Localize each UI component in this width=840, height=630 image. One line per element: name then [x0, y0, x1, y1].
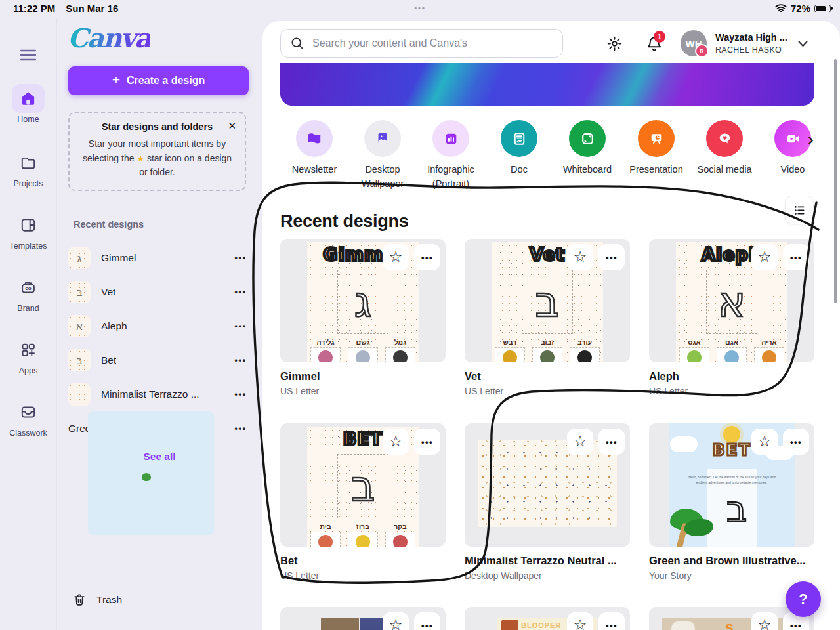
close-icon[interactable]: ✕ — [226, 119, 238, 133]
star-icon[interactable]: ☆ — [751, 244, 778, 270]
sidebar-item-home[interactable]: Home — [0, 84, 56, 124]
hebrew-letter: ב — [536, 281, 560, 323]
chevron-down-icon[interactable] — [798, 39, 808, 49]
doc-icon — [511, 131, 528, 147]
more-icon[interactable]: ••• — [783, 244, 809, 270]
design-type: US Letter — [280, 386, 446, 396]
search-bar[interactable] — [280, 29, 563, 58]
category-whiteboard[interactable]: Whiteboard — [555, 120, 620, 177]
list-item-aleph[interactable]: א Aleph ••• — [68, 309, 251, 343]
more-icon[interactable]: ••• — [230, 321, 251, 331]
hebrew-letter: ג — [354, 281, 371, 323]
menu-icon[interactable] — [20, 49, 37, 64]
multitask-handle-dots: ••• — [414, 4, 426, 12]
more-icon[interactable]: ••• — [783, 429, 809, 455]
design-thumbnail: Gimmel ג גלידה גשם גמל ☆ ••• — [280, 239, 446, 362]
search-input[interactable] — [311, 37, 553, 50]
design-mini-thumbnail: ב — [68, 349, 91, 371]
star-icon[interactable]: ☆ — [567, 612, 593, 630]
more-icon[interactable]: ••• — [598, 429, 625, 455]
blooper-text: BLOOPER — [521, 621, 561, 629]
sidebar-item-templates[interactable]: Templates — [0, 211, 56, 251]
more-icon[interactable]: ••• — [230, 355, 251, 366]
social-media-icon — [717, 131, 733, 147]
design-card-terrazzo[interactable]: ☆ ••• Minimalist Terrazzo Neutral ... De… — [465, 423, 630, 581]
design-card-aleph[interactable]: Aleph א אגס אגם אריה ☆ ••• Aleph US Lett… — [649, 239, 814, 396]
star-icon[interactable]: ☆ — [751, 612, 778, 630]
list-view-icon — [793, 203, 807, 217]
chevron-right-icon[interactable]: › — [803, 129, 818, 150]
category-infographic[interactable]: Infographic(Portrait) — [418, 120, 484, 192]
design-card-partial-2[interactable]: BLOOPER ☆ ••• — [465, 607, 630, 630]
category-social-media[interactable]: Social media — [692, 120, 757, 177]
design-mini-thumbnail — [88, 411, 214, 535]
classwork-icon — [20, 404, 37, 421]
home-icon — [20, 90, 37, 107]
category-doc[interactable]: Doc — [486, 120, 552, 177]
more-icon[interactable]: ••• — [230, 287, 251, 297]
more-icon[interactable]: ••• — [598, 244, 625, 270]
sidebar-item-projects[interactable]: Projects — [0, 148, 56, 188]
recent-designs-label: Recent designs — [74, 219, 144, 230]
sidebar-item-classwork[interactable]: Classwork — [0, 398, 56, 438]
trash-icon — [72, 592, 87, 608]
settings-gear-icon[interactable] — [606, 35, 623, 54]
status-date: Sun Mar 16 — [66, 3, 118, 14]
more-icon[interactable]: ••• — [230, 253, 251, 263]
more-icon[interactable]: ••• — [414, 429, 440, 455]
s-text: S — [725, 621, 734, 630]
notifications-bell-icon[interactable]: 1 — [646, 35, 663, 54]
more-icon[interactable]: ••• — [230, 389, 251, 400]
trash-item[interactable]: Trash — [72, 592, 122, 608]
list-item-terrazzo[interactable]: Minimalist Terrazzo ... ••• — [68, 377, 251, 411]
design-thumbnail: BET "Hello, Summer!" Let the warmth of t… — [649, 423, 814, 547]
design-card-bet[interactable]: BET ב בית ברוז בקר ☆ ••• Bet US Letter — [280, 423, 446, 581]
more-icon[interactable]: ••• — [598, 612, 625, 630]
infographic-icon — [443, 131, 459, 147]
design-mini-thumbnail — [68, 383, 91, 406]
more-icon[interactable]: ••• — [414, 244, 440, 270]
star-icon[interactable]: ☆ — [383, 244, 409, 270]
team-name: Wayzata High ... — [715, 32, 798, 43]
desktop-wallpaper-icon — [375, 131, 390, 146]
category-desktop-wallpaper[interactable]: DesktopWallpaper — [350, 120, 415, 192]
design-card-gimmel[interactable]: Gimmel ג גלידה גשם גמל ☆ ••• Gimmel US L… — [280, 239, 446, 396]
list-item-gimmel[interactable]: ג Gimmel ••• — [68, 241, 251, 275]
story-quote: "Hello, Summer!" Let the warmth of the s… — [686, 474, 778, 485]
star-icon[interactable]: ☆ — [383, 612, 409, 630]
star-icon[interactable]: ☆ — [567, 244, 593, 270]
design-name: Bet — [280, 555, 446, 567]
avatar-sub-badge: R — [695, 44, 709, 58]
star-icon[interactable]: ☆ — [567, 429, 593, 455]
design-card-green-brown[interactable]: BET "Hello, Summer!" Let the warmth of t… — [649, 423, 814, 581]
status-time: 11:22 PM — [13, 3, 55, 14]
status-time-date: 11:22 PM Sun Mar 16 — [13, 3, 118, 14]
star-designs-callout: Star designs and folders ✕ Star your mos… — [68, 112, 246, 191]
list-item-vet[interactable]: ב Vet ••• — [68, 275, 251, 309]
promo-banner[interactable] — [280, 63, 814, 106]
design-thumbnail: Vet ב דבש זבוב עורב ☆ ••• — [465, 239, 630, 362]
whiteboard-icon — [579, 131, 596, 147]
design-name: Green and Brown Illustrative... — [649, 555, 814, 567]
help-button[interactable]: ? — [786, 581, 821, 617]
list-item-bet[interactable]: ב Bet ••• — [68, 343, 251, 377]
callout-body: Star your most important items by select… — [79, 137, 236, 180]
avatar[interactable]: WH R — [681, 30, 707, 56]
sidebar-item-brand[interactable]: co Brand — [0, 273, 56, 313]
list-view-toggle[interactable] — [785, 196, 814, 224]
category-presentation[interactable]: Presentation — [623, 120, 689, 177]
design-type: US Letter — [465, 386, 630, 396]
scrollbar[interactable] — [834, 59, 837, 303]
see-all-link[interactable]: See all — [56, 450, 262, 463]
create-design-button[interactable]: + Create a design — [68, 66, 249, 95]
list-item-green-brown[interactable]: Green and Brown Illu... ••• — [68, 411, 251, 446]
category-newsletter[interactable]: Newsletter — [282, 120, 347, 177]
sidebar-item-apps[interactable]: Apps — [0, 335, 56, 375]
more-icon[interactable]: ••• — [230, 423, 251, 434]
design-card-vet[interactable]: Vet ב דבש זבוב עורב ☆ ••• Vet US Letter — [465, 239, 630, 396]
star-icon[interactable]: ☆ — [383, 429, 409, 455]
design-card-partial-1[interactable]: ☆ ••• — [280, 607, 446, 630]
star-icon[interactable]: ☆ — [751, 429, 778, 455]
more-icon[interactable]: ••• — [414, 612, 440, 630]
canva-home-screen: 11:22 PM Sun Mar 16 ••• 72% Home Project… — [0, 0, 840, 630]
